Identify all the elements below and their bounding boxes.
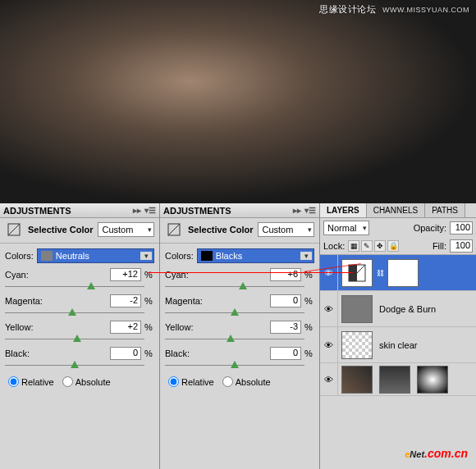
menu-icon[interactable]: ▾☰ [144,206,156,216]
yellow-slider[interactable] [165,335,304,344]
black-value[interactable]: 0 [270,347,301,360]
colors-dropdown[interactable]: Blacks [197,248,314,263]
document-canvas: 思缘设计论坛 WWW.MISSYUAN.COM [0,0,476,203]
relative-radio[interactable]: Relative [8,376,54,387]
fill-label: Fill: [433,241,446,251]
cyan-value[interactable]: +6 [270,268,301,281]
layer-row-skin-clear[interactable]: 👁 skin clear [320,327,476,363]
enet-logo: eNet.com.cn [405,441,468,462]
lock-label: Lock: [323,241,345,251]
black-slider[interactable] [165,362,304,370]
mask-thumb[interactable] [387,259,419,287]
opacity-label: Opacity: [414,223,446,233]
panel-header: ADJUSTMENTS ▸▸ ▾☰ [0,203,159,218]
visibility-icon[interactable]: 👁 [320,291,338,326]
selective-color-icon [165,221,183,238]
magenta-slider[interactable] [165,309,304,317]
yellow-value[interactable]: -3 [270,321,301,334]
blend-mode-dropdown[interactable]: Normal [323,221,369,235]
layer-list: 👁 ⛓ 👁 Dodge & Burn 👁 skin clear 👁 [320,255,476,469]
layer-thumb[interactable] [341,366,373,394]
watermark-url: WWW.MISSYUAN.COM [382,6,469,14]
tab-channels[interactable]: CHANNELS [367,203,425,217]
magenta-value[interactable]: 0 [270,294,301,307]
layer-name: Dodge & Burn [379,304,436,314]
black-slider[interactable] [5,362,144,370]
cyan-slider[interactable] [5,283,144,291]
link-icon: ⛓ [376,269,384,277]
swatch-neutral [41,251,53,261]
yellow-value[interactable]: +2 [110,321,141,334]
preset-dropdown[interactable]: Custom [98,222,154,237]
selective-color-icon [5,221,23,238]
visibility-icon[interactable]: 👁 [320,327,338,362]
lock-transparent-icon[interactable]: ▦ [348,240,359,252]
absolute-radio[interactable]: Absolute [222,376,271,387]
visibility-icon[interactable]: 👁 [320,363,338,395]
adjustment-name: Selective Color [28,225,93,234]
colors-label: Colors: [165,251,194,261]
layer-thumb[interactable] [341,295,373,323]
lock-all-icon[interactable]: 🔒 [387,240,399,252]
adjustments-panel-1: ADJUSTMENTS ▸▸ ▾☰ Selective Color Custom… [0,203,160,469]
fill-value[interactable]: 100 [450,239,473,253]
magenta-row: Magenta: -2 % [0,293,159,319]
swatch-black [201,251,213,261]
colors-label: Colors: [5,251,34,261]
menu-icon[interactable]: ▾☰ [304,206,316,216]
watermark: 思缘设计论坛 WWW.MISSYUAN.COM [319,3,469,16]
magenta-value[interactable]: -2 [110,294,141,307]
tab-paths[interactable]: PATHS [425,203,465,217]
mask-thumb[interactable] [417,366,448,394]
layer-name: skin clear [379,340,417,350]
layers-panel: LAYERS CHANNELS PATHS Normal Opacity: 10… [320,203,476,469]
adjustment-name: Selective Color [188,225,253,234]
relative-radio[interactable]: Relative [168,376,214,387]
watermark-cn: 思缘设计论坛 [319,4,376,14]
magenta-slider[interactable] [5,309,144,317]
layer-thumb-2[interactable] [379,366,410,394]
colors-dropdown[interactable]: Neutrals [37,248,154,263]
layer-thumb[interactable] [341,331,373,359]
layer-row-image[interactable]: 👁 [320,363,476,396]
black-value[interactable]: 0 [110,347,141,360]
layer-row-dodge-burn[interactable]: 👁 Dodge & Burn [320,291,476,327]
annotation-line [148,272,353,273]
yellow-slider[interactable] [5,335,144,344]
absolute-radio[interactable]: Absolute [62,376,111,387]
black-row: Black: 0 % [0,345,159,371]
tab-layers[interactable]: LAYERS [320,203,367,217]
lock-move-icon[interactable]: ✥ [374,240,386,252]
adjustments-panel-2: ADJUSTMENTS ▸▸ ▾☰ Selective Color Custom… [160,203,320,469]
panel-title: ADJUSTMENTS [3,206,71,216]
opacity-value[interactable]: 100 [450,221,473,234]
panel-header: ADJUSTMENTS ▸▸ ▾☰ [160,203,319,218]
preset-dropdown[interactable]: Custom [258,222,314,237]
layer-row-selective-color[interactable]: 👁 ⛓ [320,255,476,291]
cyan-slider[interactable] [165,283,304,291]
collapse-icon[interactable]: ▸▸ [291,206,303,216]
yellow-row: Yellow: +2 % [0,319,159,345]
lock-paint-icon[interactable]: ✎ [361,240,373,252]
collapse-icon[interactable]: ▸▸ [131,206,143,216]
cyan-value[interactable]: +12 [110,268,141,281]
cyan-row: Cyan: +12 % [0,266,159,293]
